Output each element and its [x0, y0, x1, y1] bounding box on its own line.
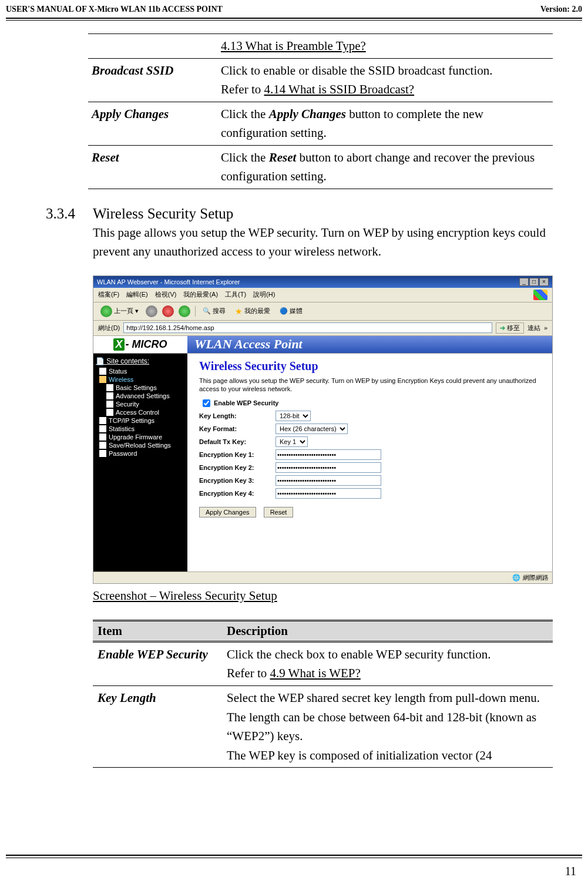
page-icon	[106, 409, 113, 416]
page-icon	[106, 401, 113, 408]
enable-wep-label: Enable WEP Security	[214, 399, 278, 406]
page-icon	[99, 450, 106, 457]
window-controls[interactable]: _□×	[519, 278, 549, 286]
address-input[interactable]	[123, 322, 492, 333]
sidebar-item-label: Security	[116, 401, 139, 408]
sidebar-item-label: Basic Settings	[116, 384, 157, 391]
back-icon	[100, 305, 112, 317]
sidebar-item[interactable]: TCP/IP Settings	[96, 416, 185, 425]
page-number: 11	[565, 865, 576, 878]
section-number: 3.3.4	[46, 206, 93, 222]
page-icon	[106, 392, 113, 399]
ap-banner: WLAN Access Point	[187, 336, 552, 353]
page-icon	[99, 425, 106, 432]
section-title: Wireless Security Setup	[93, 206, 233, 222]
form-label: Encryption Key 3:	[199, 477, 275, 484]
sidebar-item[interactable]: Save/Reload Settings	[96, 441, 185, 449]
page-icon	[99, 368, 106, 375]
back-button[interactable]: 上一頁 ▾	[98, 305, 141, 318]
encryption-key-input[interactable]	[275, 462, 381, 473]
form-label: Key Length:	[199, 412, 275, 419]
ssid-broadcast-link[interactable]: 4.14 What is SSID Broadcast?	[264, 82, 414, 96]
doc-version: Version: 2.0	[540, 5, 582, 14]
col-item: Item	[93, 620, 222, 641]
sidebar-item-label: Wireless	[109, 376, 133, 383]
window-title: WLAN AP Webserver - Microsoft Internet E…	[97, 278, 240, 285]
key-length-label: Key Length	[93, 686, 222, 768]
preamble-link[interactable]: 4.13 What is Preamble Type?	[221, 39, 366, 53]
xmicro-logo: X- MICRO	[93, 336, 187, 353]
sidebar-item-label: Advanced Settings	[116, 392, 170, 399]
go-button[interactable]: ➔移至	[496, 322, 524, 334]
folder-icon	[99, 376, 106, 383]
encryption-key-input[interactable]	[275, 488, 381, 499]
media-button[interactable]: 🔵 媒體	[277, 306, 305, 316]
broadcast-ssid-label: Broadcast SSID	[88, 58, 217, 102]
sidebar-item[interactable]: Basic Settings	[96, 384, 185, 392]
close-icon[interactable]: ×	[539, 278, 549, 286]
apply-changes-label: Apply Changes	[88, 102, 217, 145]
embedded-screenshot: WLAN AP Webserver - Microsoft Internet E…	[93, 275, 553, 584]
address-label: 網址(D)	[98, 324, 120, 332]
stop-icon[interactable]	[162, 305, 174, 317]
sidebar-item[interactable]: Security	[96, 400, 185, 408]
form-label: Encryption Key 4:	[199, 490, 275, 497]
sidebar-item[interactable]: Access Control	[96, 408, 185, 416]
windows-flag-icon	[533, 290, 547, 300]
form-label: Default Tx Key:	[199, 438, 275, 445]
doc-title: USER'S MANUAL OF X-Micro WLAN 11b ACCESS…	[6, 5, 223, 14]
sidebar-item[interactable]: Statistics	[96, 425, 185, 433]
sidebar-item[interactable]: Advanced Settings	[96, 392, 185, 400]
sidebar-item[interactable]: Password	[96, 449, 185, 458]
apply-changes-button[interactable]: Apply Changes	[199, 507, 256, 517]
maximize-icon[interactable]: □	[529, 278, 539, 286]
page-icon	[99, 442, 106, 449]
page-heading: Wireless Security Setup	[199, 359, 540, 373]
links-label[interactable]: 連結	[527, 324, 540, 332]
page-icon	[99, 433, 106, 441]
key-length-desc: Select the WEP shared secret key length …	[222, 686, 553, 768]
sidebar-item-label: Access Control	[116, 409, 159, 416]
param-table-top: 4.13 What is Preamble Type? Broadcast SS…	[88, 33, 553, 189]
star-icon: ★	[235, 307, 243, 316]
refresh-icon[interactable]	[179, 305, 190, 317]
sidebar: 📄 Site contents: StatusWirelessBasic Set…	[93, 354, 187, 584]
form-select[interactable]: Key 1	[275, 436, 308, 447]
description-table: Item Description Enable WEP Security Cli…	[93, 620, 553, 768]
sidebar-item-label: Upgrade Firmware	[109, 433, 162, 441]
what-is-wep-link[interactable]: 4.9 What is WEP?	[270, 666, 360, 680]
go-icon: ➔	[500, 324, 505, 332]
encryption-key-input[interactable]	[275, 475, 381, 486]
form-label: Key Format:	[199, 425, 275, 432]
search-button[interactable]: 🔍 搜尋	[200, 306, 228, 316]
forward-icon[interactable]	[146, 305, 157, 317]
page-icon	[99, 417, 106, 424]
sidebar-item[interactable]: Status	[96, 367, 185, 375]
form-label: Encryption Key 2:	[199, 464, 275, 471]
form-label: Encryption Key 1:	[199, 451, 275, 458]
reset-button[interactable]: Reset	[264, 507, 294, 517]
sidebar-header: 📄 Site contents:	[96, 357, 185, 365]
minimize-icon[interactable]: _	[519, 278, 529, 286]
sidebar-item-label: TCP/IP Settings	[109, 417, 154, 424]
form-select[interactable]: 128-bit	[275, 411, 311, 421]
sidebar-item[interactable]: Upgrade Firmware	[96, 433, 185, 441]
enable-wep-security-label: Enable WEP Security	[93, 641, 222, 685]
status-zone: 🌐 網際網路	[512, 573, 549, 582]
page-icon	[106, 384, 113, 391]
sidebar-item-label: Password	[109, 450, 137, 457]
toolbar: 上一頁 ▾ 🔍 搜尋 ★我的最愛 🔵 媒體	[93, 302, 552, 321]
screenshot-caption: Screenshot – Wireless Security Setup	[93, 589, 553, 603]
menubar[interactable]: 檔案(F)編輯(E)檢視(V)我的最愛(A)工具(T)說明(H)	[98, 290, 282, 299]
sidebar-item[interactable]: Wireless	[96, 375, 185, 384]
encryption-key-input[interactable]	[275, 449, 381, 460]
favorites-button[interactable]: ★我的最愛	[233, 306, 273, 317]
chevron-right-icon[interactable]: »	[544, 324, 547, 331]
col-description: Description	[222, 620, 553, 641]
sidebar-item-label: Status	[109, 368, 127, 375]
section-body: This page allows you setup the WEP secur…	[93, 223, 553, 261]
enable-wep-checkbox[interactable]	[203, 399, 210, 407]
form-select[interactable]: Hex (26 characters)	[275, 423, 348, 434]
reset-label: Reset	[88, 145, 217, 189]
sidebar-item-label: Statistics	[109, 425, 135, 432]
